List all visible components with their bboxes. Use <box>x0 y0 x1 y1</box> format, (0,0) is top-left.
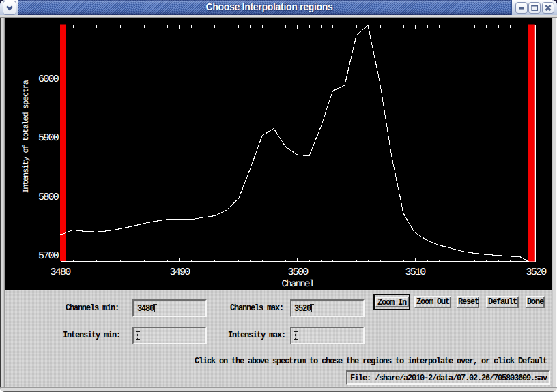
svg-text:Intensity of totaled spectra: Intensity of totaled spectra <box>21 80 31 193</box>
svg-text:3520: 3520 <box>526 267 547 278</box>
svg-text:3480: 3480 <box>50 267 71 278</box>
svg-text:3500: 3500 <box>287 267 309 278</box>
svg-text:3490: 3490 <box>169 267 190 278</box>
svg-text:5700: 5700 <box>38 250 59 262</box>
svg-text:5800: 5800 <box>38 192 59 203</box>
svg-text:5900: 5900 <box>38 132 59 144</box>
svg-text:3510: 3510 <box>405 267 426 278</box>
svg-text:Channel: Channel <box>282 279 315 290</box>
svg-text:6000: 6000 <box>38 74 59 85</box>
